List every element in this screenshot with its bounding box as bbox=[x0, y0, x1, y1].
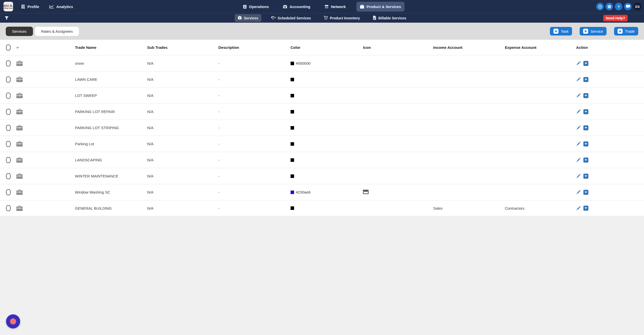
income-account: Sales bbox=[433, 206, 505, 210]
add-task-button[interactable]: Task bbox=[550, 27, 572, 35]
row-checkbox[interactable] bbox=[6, 189, 11, 195]
nav-item-operations[interactable]: Operations bbox=[239, 2, 272, 12]
row-checkbox[interactable] bbox=[6, 141, 11, 147]
company-logo[interactable]: ◎U.S. SNOW PROS bbox=[4, 2, 13, 11]
trades-table: Trade Name Sub Trades Description Color … bbox=[0, 40, 644, 216]
row-checkbox[interactable] bbox=[6, 109, 11, 115]
trade-briefcase-icon bbox=[16, 60, 75, 66]
row-checkbox[interactable] bbox=[6, 125, 11, 131]
user-avatar[interactable]: ES bbox=[633, 3, 641, 11]
create-buttons-group: Task Service Trade bbox=[550, 27, 638, 35]
fab-dot-icon bbox=[10, 318, 16, 324]
button-label: Task bbox=[561, 29, 569, 33]
color-swatch bbox=[291, 126, 294, 130]
help-question-button[interactable]: ? bbox=[615, 3, 622, 10]
edit-pencil-icon[interactable] bbox=[576, 61, 581, 66]
table-row: LANDSCAPING N/A - bbox=[0, 152, 644, 168]
column-header-icon: Icon bbox=[363, 45, 433, 50]
description: - bbox=[218, 174, 291, 178]
description: - bbox=[218, 61, 291, 65]
row-dropdown-button[interactable] bbox=[583, 158, 588, 163]
add-service-button[interactable]: Service bbox=[580, 27, 607, 35]
row-checkbox[interactable] bbox=[6, 173, 11, 179]
row-checkbox[interactable] bbox=[6, 93, 11, 99]
nav-label: Operations bbox=[249, 5, 269, 9]
trade-name: snow bbox=[75, 61, 147, 65]
subnav-item-services[interactable]: Services bbox=[235, 14, 261, 22]
plus-square-icon bbox=[618, 29, 623, 34]
icon-cell bbox=[363, 190, 433, 195]
subnav-item-billable-services[interactable]: Billable Services bbox=[370, 14, 409, 22]
topnav-right-group: ? ES bbox=[596, 3, 641, 11]
color-swatch bbox=[291, 78, 294, 81]
trade-name: PARKING LOT REPAIR bbox=[75, 109, 147, 114]
trade-briefcase-icon bbox=[16, 189, 75, 195]
tab-services[interactable]: Services bbox=[6, 27, 33, 36]
sub-trades: N/A bbox=[147, 174, 218, 178]
description: - bbox=[218, 158, 291, 162]
trade-name: PARKING LOT STRIPING bbox=[75, 126, 147, 130]
row-checkbox[interactable] bbox=[6, 77, 11, 83]
row-dropdown-button[interactable] bbox=[583, 190, 588, 195]
row-dropdown-button[interactable] bbox=[583, 109, 588, 114]
edit-pencil-icon[interactable] bbox=[576, 206, 581, 211]
table-row: WINTER MAINTENANCE N/A - bbox=[0, 168, 644, 184]
need-help-button[interactable]: Need Help? bbox=[603, 15, 628, 21]
column-header-action: Action bbox=[576, 45, 644, 50]
subnav-item-scheduled-services[interactable]: Scheduled Services bbox=[268, 14, 314, 22]
edit-pencil-icon[interactable] bbox=[576, 190, 581, 195]
color-swatch bbox=[291, 174, 294, 178]
cart-icon bbox=[324, 16, 328, 21]
color-label: #230ae6 bbox=[296, 190, 310, 194]
row-dropdown-button[interactable] bbox=[583, 61, 588, 66]
color-cell bbox=[291, 126, 363, 130]
row-checkbox[interactable] bbox=[6, 60, 11, 66]
nav-label: Accounting bbox=[290, 5, 310, 9]
select-menu-caret-icon[interactable] bbox=[16, 47, 19, 49]
subnav-label: Services bbox=[244, 16, 258, 20]
row-dropdown-button[interactable] bbox=[583, 141, 588, 146]
edit-pencil-icon[interactable] bbox=[576, 141, 581, 146]
service-bag-icon bbox=[238, 16, 242, 20]
edit-pencil-icon[interactable] bbox=[576, 158, 581, 162]
settings-gear-button[interactable] bbox=[606, 3, 613, 10]
nav-item-profile[interactable]: Profile bbox=[21, 3, 40, 10]
edit-pencil-icon[interactable] bbox=[576, 77, 581, 82]
row-dropdown-button[interactable] bbox=[583, 77, 588, 82]
table-body: snow N/A - #000000 LAWN CARE N/A - bbox=[0, 55, 644, 216]
trade-name: LOT SWEEP bbox=[75, 93, 147, 98]
edit-pencil-icon[interactable] bbox=[576, 125, 581, 130]
nav-item-network[interactable]: Network bbox=[321, 2, 349, 12]
table-row: Parking Lot N/A - bbox=[0, 136, 644, 152]
trade-name: WINTER MAINTENANCE bbox=[75, 174, 147, 178]
row-dropdown-button[interactable] bbox=[583, 174, 588, 179]
nav-item-product-services[interactable]: Product & Services bbox=[356, 2, 405, 12]
trade-briefcase-icon bbox=[16, 93, 75, 98]
nav-label: Network bbox=[331, 5, 346, 9]
nav-item-analytics[interactable]: Analytics bbox=[49, 3, 74, 10]
subnav-item-product-inventory[interactable]: Product Inventory bbox=[320, 14, 363, 22]
table-row: LAWN CARE N/A - bbox=[0, 71, 644, 87]
row-checkbox[interactable] bbox=[6, 157, 11, 163]
row-checkbox[interactable] bbox=[6, 205, 11, 211]
description: - bbox=[218, 109, 291, 114]
row-dropdown-button[interactable] bbox=[583, 125, 588, 130]
download-circle-button[interactable] bbox=[596, 3, 604, 10]
edit-pencil-icon[interactable] bbox=[576, 109, 581, 114]
add-trade-button[interactable]: Trade bbox=[614, 27, 638, 35]
chat-button[interactable] bbox=[624, 3, 632, 10]
tab-rates-assignees[interactable]: Rates & Assignees bbox=[35, 27, 79, 36]
description: - bbox=[218, 93, 291, 98]
filter-icon[interactable] bbox=[5, 16, 9, 20]
row-dropdown-button[interactable] bbox=[583, 93, 588, 98]
edit-pencil-icon[interactable] bbox=[576, 174, 581, 178]
row-dropdown-button[interactable] bbox=[583, 206, 588, 211]
plus-square-icon bbox=[553, 29, 558, 34]
color-cell bbox=[291, 110, 363, 114]
nav-item-accounting[interactable]: $ Accounting bbox=[279, 2, 314, 12]
button-label: Trade bbox=[625, 29, 635, 33]
chat-fab-button[interactable] bbox=[6, 314, 20, 328]
select-all-checkbox[interactable] bbox=[6, 45, 11, 51]
color-swatch bbox=[291, 110, 294, 114]
edit-pencil-icon[interactable] bbox=[576, 93, 581, 98]
